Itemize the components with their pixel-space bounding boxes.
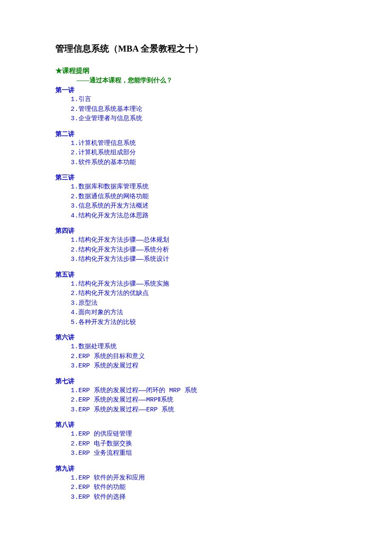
lecture-items: 1.计算机管理信息系统2.计算机系统组成部分3.软件系统的基本功能 (71, 139, 337, 168)
lecture-item: 4.面向对象的方法 (71, 308, 337, 318)
lecture-items: 1.数据库和数据库管理系统2.数据通信系统的网络功能3.信息系统的开发方法概述4… (71, 182, 337, 221)
lecture-item: 2.结构化开发方法的优缺点 (71, 289, 337, 299)
lecture-item: 1.ERP 的供应链管理 (71, 430, 337, 439)
lecture-heading: 第四讲 (55, 227, 337, 235)
lecture-item: 3.结构化开发方法步骤——系统设计 (71, 255, 337, 265)
lecture-heading: 第三讲 (55, 173, 337, 182)
lecture-item: 2.ERP 软件的功能 (71, 483, 337, 493)
lecture-items: 1.结构化开发方法步骤——总体规划2.结构化开发方法步骤——系统分析3.结构化开… (71, 236, 337, 265)
lecture-item: 3.信息系统的开发方法概述 (71, 202, 337, 211)
lecture-item: 1.ERP 系统的发展过程——闭环的 MRP 系统 (71, 386, 337, 396)
lecture-items: 1.ERP 的供应链管理2.ERP 电子数据交换3.ERP 业务流程重组 (71, 430, 337, 459)
lecture-item: 2.管理信息系统基本理论 (71, 105, 337, 115)
lecture-item: 3.ERP 业务流程重组 (71, 449, 337, 459)
lecture-item: 2.ERP 电子数据交换 (71, 439, 337, 449)
lecture-item: 2.ERP 系统的目标和意义 (71, 352, 337, 362)
lecture-item: 3.企业管理者与信息系统 (71, 114, 337, 124)
lecture-item: 3.ERP 软件的选择 (71, 493, 337, 503)
lecture-item: 1.结构化开发方法步骤——系统实施 (71, 280, 337, 289)
lecture-heading: 第七讲 (55, 377, 337, 385)
lecture-heading: 第八讲 (55, 421, 337, 429)
lecture-item: 1.ERP 软件的开发和应用 (71, 474, 337, 483)
star-icon: ★ (55, 67, 62, 74)
lecture-heading: 第六讲 (55, 333, 337, 341)
outline-subheader: ——通过本课程，您能学到什么？ (77, 76, 337, 84)
lecture-item: 1.数据库和数据库管理系统 (71, 182, 337, 192)
lecture-item: 3.原型法 (71, 299, 337, 309)
lecture-item: 1.结构化开发方法步骤——总体规划 (71, 236, 337, 246)
page-title: 管理信息系统（MBA 全景教程之十） (55, 43, 337, 55)
lecture-item: 1.数据处理系统 (71, 342, 337, 352)
lecture-heading: 第五讲 (55, 271, 337, 279)
lecture-items: 1.数据处理系统2.ERP 系统的目标和意义3.ERP 系统的发展过程 (71, 342, 337, 371)
lecture-item: 2.ERP 系统的发展过程——MRPⅡ系统 (71, 396, 337, 405)
lecture-heading: 第一讲 (55, 86, 337, 94)
lecture-item: 2.计算机系统组成部分 (71, 148, 337, 158)
lecture-item: 3.软件系统的基本功能 (71, 158, 337, 168)
lecture-items: 1.ERP 系统的发展过程——闭环的 MRP 系统2.ERP 系统的发展过程——… (71, 386, 337, 415)
lecture-item: 4.结构化开发方法总体思路 (71, 211, 337, 221)
outline-header: 课程提纲 (62, 67, 89, 74)
lecture-items: 1.引言2.管理信息系统基本理论3.企业管理者与信息系统 (71, 95, 337, 124)
lecture-heading: 第九讲 (55, 465, 337, 473)
lectures-container: 第一讲1.引言2.管理信息系统基本理论3.企业管理者与信息系统第二讲1.计算机管… (55, 86, 337, 502)
lecture-items: 1.ERP 软件的开发和应用2.ERP 软件的功能3.ERP 软件的选择 (71, 474, 337, 503)
lecture-item: 2.结构化开发方法步骤——系统分析 (71, 246, 337, 255)
lecture-heading: 第二讲 (55, 130, 337, 138)
lecture-item: 3.ERP 系统的发展过程——ERP 系统 (71, 405, 337, 415)
lecture-items: 1.结构化开发方法步骤——系统实施2.结构化开发方法的优缺点3.原型法4.面向对… (71, 280, 337, 328)
outline-header-line: ★课程提纲 (55, 66, 337, 75)
lecture-item: 2.数据通信系统的网络功能 (71, 192, 337, 202)
lecture-item: 3.ERP 系统的发展过程 (71, 361, 337, 371)
lecture-item: 5.各种开发方法的比较 (71, 318, 337, 328)
lecture-item: 1.引言 (71, 95, 337, 105)
lecture-item: 1.计算机管理信息系统 (71, 139, 337, 149)
